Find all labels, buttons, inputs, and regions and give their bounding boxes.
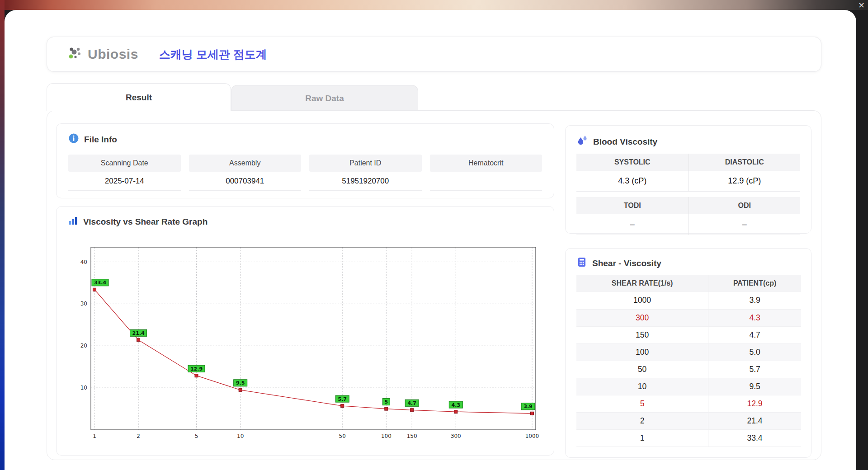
shear-viscosity-row: 3004.3 <box>576 309 801 326</box>
svg-text:5.7: 5.7 <box>338 396 347 402</box>
todi-value: – <box>576 214 689 235</box>
svg-text:9.5: 9.5 <box>236 380 245 386</box>
svg-text:1000: 1000 <box>525 433 539 439</box>
shear-rate-cell: 2 <box>576 412 708 429</box>
svg-text:100: 100 <box>381 433 392 439</box>
shear-viscosity-title-row: Shear - Viscosity <box>576 257 661 270</box>
diastolic-value: 12.9 (cP) <box>689 171 801 192</box>
patient-column-header: PATIENT(cp) <box>708 275 801 292</box>
tab-raw-data[interactable]: Raw Data <box>231 85 418 111</box>
shear-rate-cell: 150 <box>576 326 708 343</box>
svg-text:20: 20 <box>80 343 87 349</box>
shear-viscosity-row: 512.9 <box>576 395 801 412</box>
field-scanning-date: Scanning Date 2025-07-14 <box>68 155 181 191</box>
file-info-title: File Info <box>84 135 117 145</box>
systolic-header: SYSTOLIC <box>576 154 689 171</box>
patient-cp-cell: 3.9 <box>708 292 801 309</box>
file-info-card: File Info Scanning Date 2025-07-14 Assem… <box>56 123 554 198</box>
odi-header: ODI <box>689 197 801 214</box>
shear-viscosity-row: 133.4 <box>576 429 801 446</box>
field-patient-id: Patient ID 51951920700 <box>309 155 422 191</box>
app-header: Ubiosis 스캐닝 모세관 점도계 <box>47 37 821 72</box>
svg-text:3.9: 3.9 <box>524 404 533 409</box>
app-title: 스캐닝 모세관 점도계 <box>159 47 267 62</box>
file-info-title-row: File Info <box>68 133 117 146</box>
shear-rate-cell: 50 <box>576 361 708 378</box>
svg-text:5: 5 <box>384 399 388 405</box>
graph-title: Viscosity vs Shear Rate Graph <box>83 217 208 227</box>
patient-cp-cell: 5.0 <box>708 343 801 361</box>
bar-chart-icon <box>68 216 78 228</box>
shear-viscosity-row: 109.5 <box>576 378 801 395</box>
viscosity-shear-chart: 125105010015030010001020304033.421.412.9… <box>70 234 542 446</box>
tab-result[interactable]: Result <box>47 83 231 111</box>
shear-rate-cell: 5 <box>576 395 708 412</box>
svg-text:5: 5 <box>195 433 198 439</box>
shear-rate-cell: 300 <box>576 309 708 326</box>
diastolic-header: DIASTOLIC <box>689 154 801 171</box>
svg-text:10: 10 <box>237 433 244 439</box>
field-value <box>430 172 542 191</box>
svg-text:10: 10 <box>80 385 87 391</box>
svg-text:2: 2 <box>137 433 140 439</box>
window-close-button[interactable]: × <box>858 1 865 9</box>
shear-viscosity-row: 505.7 <box>576 361 801 378</box>
shear-viscosity-row: 1504.7 <box>576 326 801 343</box>
svg-text:33.4: 33.4 <box>94 280 106 286</box>
info-icon <box>68 133 79 146</box>
svg-text:40: 40 <box>80 259 87 265</box>
viscosity-graph-card: Viscosity vs Shear Rate Graph 1251050100… <box>56 206 554 456</box>
field-label: Assembly <box>189 155 302 172</box>
systolic-value: 4.3 (cP) <box>576 171 689 192</box>
shear-viscosity-row: 1005.0 <box>576 343 801 361</box>
svg-text:150: 150 <box>407 433 417 439</box>
field-label: Patient ID <box>309 155 422 172</box>
field-label: Hematocrit <box>430 155 542 172</box>
svg-text:4.3: 4.3 <box>452 402 461 408</box>
shear-rate-cell: 1000 <box>576 292 708 309</box>
desktop-top-edge <box>0 0 868 10</box>
file-info-fields: Scanning Date 2025-07-14 Assembly 000703… <box>68 155 542 191</box>
field-value: 2025-07-14 <box>68 172 181 191</box>
svg-text:4.7: 4.7 <box>407 400 416 406</box>
patient-cp-cell: 4.7 <box>708 326 801 343</box>
field-hematocrit: Hematocrit <box>430 155 542 191</box>
ubiosis-logo-text: Ubiosis <box>88 47 138 62</box>
svg-text:21.4: 21.4 <box>132 330 145 336</box>
svg-text:12.9: 12.9 <box>190 366 203 372</box>
desktop-left-edge <box>0 0 5 470</box>
blood-viscosity-title: Blood Viscosity <box>593 137 657 147</box>
svg-text:30: 30 <box>80 301 87 307</box>
svg-text:1: 1 <box>93 433 96 439</box>
shear-viscosity-row: 10003.9 <box>576 292 801 309</box>
shear-rate-cell: 10 <box>576 378 708 395</box>
shear-rate-cell: 1 <box>576 429 708 446</box>
droplet-icon <box>576 135 588 149</box>
field-label: Scanning Date <box>68 155 181 172</box>
patient-cp-cell: 12.9 <box>708 395 801 412</box>
patient-cp-cell: 33.4 <box>708 429 801 446</box>
blood-viscosity-card: Blood Viscosity SYSTOLIC DIASTOLIC 4.3 (… <box>565 125 811 234</box>
field-assembly: Assembly 000703941 <box>189 155 302 191</box>
shear-viscosity-card: Shear - Viscosity SHEAR RATE(1/s) PATIEN… <box>565 248 811 458</box>
blood-viscosity-title-row: Blood Viscosity <box>576 135 657 149</box>
svg-text:300: 300 <box>451 433 461 439</box>
shear-viscosity-row: 221.4 <box>576 412 801 429</box>
shear-rate-cell: 100 <box>576 343 708 361</box>
odi-value: – <box>689 214 801 235</box>
todi-header: TODI <box>576 197 689 214</box>
blood-viscosity-table: SYSTOLIC DIASTOLIC 4.3 (cP) 12.9 (cP) TO… <box>576 154 800 235</box>
shear-rate-column-header: SHEAR RATE(1/s) <box>576 275 708 292</box>
table-spacer <box>576 192 800 197</box>
svg-text:50: 50 <box>339 433 346 439</box>
patient-cp-cell: 9.5 <box>708 378 801 395</box>
shear-viscosity-title: Shear - Viscosity <box>592 258 661 268</box>
patient-cp-cell: 21.4 <box>708 412 801 429</box>
graph-title-row: Viscosity vs Shear Rate Graph <box>68 216 208 228</box>
calculator-icon <box>576 257 587 270</box>
ubiosis-logo: Ubiosis <box>68 46 138 62</box>
field-value: 000703941 <box>189 172 302 191</box>
app-window: Ubiosis 스캐닝 모세관 점도계 Result Raw Data File… <box>5 10 856 470</box>
ubiosis-logo-icon <box>68 46 84 62</box>
shear-viscosity-table: SHEAR RATE(1/s) PATIENT(cp) 10003.93004.… <box>576 275 801 447</box>
